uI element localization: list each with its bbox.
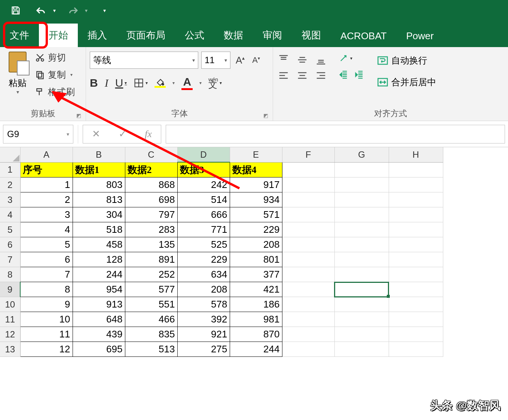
copy-button[interactable]: 复制 ▾ [35, 69, 75, 81]
tab-insert[interactable]: 插入 [78, 24, 117, 47]
cell-H3[interactable] [389, 192, 443, 207]
cell-F3[interactable] [282, 192, 334, 207]
cell-A9[interactable]: 8 [20, 282, 73, 297]
copy-dropdown-icon[interactable]: ▾ [70, 72, 73, 77]
row-header-8[interactable]: 8 [0, 267, 20, 282]
cell-A11[interactable]: 10 [20, 312, 73, 327]
row-header-3[interactable]: 3 [0, 192, 20, 207]
align-bottom-button[interactable] [314, 53, 328, 67]
cell-C4[interactable]: 797 [125, 207, 177, 222]
cell-G11[interactable] [334, 312, 389, 327]
undo-button[interactable] [33, 2, 49, 19]
cell-H6[interactable] [389, 237, 443, 252]
cell-B5[interactable]: 518 [73, 222, 125, 237]
increase-font-button[interactable]: A▴ [233, 53, 247, 68]
cell-E11[interactable]: 981 [230, 312, 282, 327]
cell-H7[interactable] [389, 252, 443, 267]
cell-C10[interactable]: 551 [125, 297, 177, 312]
cell-F8[interactable] [282, 267, 334, 282]
cell-C8[interactable]: 252 [125, 267, 177, 282]
cell-E12[interactable]: 870 [230, 327, 282, 342]
row-header-4[interactable]: 4 [0, 207, 20, 222]
orientation-button[interactable]: ▾ [338, 53, 364, 64]
cell-E3[interactable]: 934 [230, 192, 282, 207]
cell-E5[interactable]: 229 [230, 222, 282, 237]
cell-D13[interactable]: 275 [177, 342, 230, 357]
align-top-button[interactable] [277, 53, 290, 67]
cell-B2[interactable]: 803 [73, 177, 125, 192]
cell-C3[interactable]: 698 [125, 192, 177, 207]
tab-review[interactable]: 审阅 [253, 24, 292, 47]
formula-input[interactable] [166, 125, 505, 143]
cell-H2[interactable] [389, 177, 443, 192]
cell-A1[interactable]: 序号 [20, 162, 73, 177]
cell-F11[interactable] [282, 312, 334, 327]
cell-E1[interactable]: 数据4 [230, 162, 282, 177]
cell-A5[interactable]: 4 [20, 222, 73, 237]
cell-D12[interactable]: 921 [177, 327, 230, 342]
cell-D4[interactable]: 666 [177, 207, 230, 222]
cell-E9[interactable]: 421 [230, 282, 282, 297]
column-header-B[interactable]: B [73, 147, 125, 162]
cell-F4[interactable] [282, 207, 334, 222]
cell-E7[interactable]: 801 [230, 252, 282, 267]
cell-A8[interactable]: 7 [20, 267, 73, 282]
align-center-button[interactable] [296, 69, 309, 82]
cell-A7[interactable]: 6 [20, 252, 73, 267]
merge-center-button[interactable]: 合并后居中 [375, 75, 438, 90]
cell-E10[interactable]: 186 [230, 297, 282, 312]
cell-F1[interactable] [282, 162, 334, 177]
cell-G4[interactable] [334, 207, 389, 222]
fill-color-button[interactable] [154, 78, 166, 88]
enter-formula-button[interactable]: ✓ [119, 128, 127, 140]
cell-B3[interactable]: 813 [73, 192, 125, 207]
cell-E4[interactable]: 571 [230, 207, 282, 222]
cell-G1[interactable] [334, 162, 389, 177]
cell-H8[interactable] [389, 267, 443, 282]
decrease-indent-button[interactable] [338, 70, 349, 80]
cell-D9[interactable]: 208 [177, 282, 230, 297]
cell-H11[interactable] [389, 312, 443, 327]
cell-D6[interactable]: 525 [177, 237, 230, 252]
column-header-H[interactable]: H [389, 147, 443, 162]
cell-D10[interactable]: 578 [177, 297, 230, 312]
underline-button[interactable]: U▾ [115, 77, 127, 89]
tab-page-layout[interactable]: 页面布局 [117, 24, 175, 47]
spreadsheet-grid[interactable]: ABCDEFGH1序号数据1数据2数据3数据421803868242917328… [0, 147, 508, 357]
cell-D5[interactable]: 771 [177, 222, 230, 237]
cell-F5[interactable] [282, 222, 334, 237]
tab-view[interactable]: 视图 [292, 24, 331, 47]
tab-home[interactable]: 开始 [39, 24, 78, 47]
undo-dropdown-icon[interactable]: ▾ [53, 7, 56, 13]
cell-C9[interactable]: 577 [125, 282, 177, 297]
cell-E8[interactable]: 377 [230, 267, 282, 282]
row-header-12[interactable]: 12 [0, 327, 20, 342]
font-size-combo[interactable]: 11▾ [201, 52, 230, 69]
cell-C1[interactable]: 数据2 [125, 162, 177, 177]
cell-A6[interactable]: 5 [20, 237, 73, 252]
increase-indent-button[interactable] [354, 70, 364, 80]
cell-G8[interactable] [334, 267, 389, 282]
cell-F9[interactable] [282, 282, 334, 297]
align-right-button[interactable] [314, 69, 328, 82]
cut-button[interactable]: 剪切 [35, 52, 75, 64]
bold-button[interactable]: B [90, 77, 98, 89]
cell-D8[interactable]: 634 [177, 267, 230, 282]
cell-D1[interactable]: 数据3 [177, 162, 230, 177]
cell-A10[interactable]: 9 [20, 297, 73, 312]
cell-E2[interactable]: 917 [230, 177, 282, 192]
cell-H4[interactable] [389, 207, 443, 222]
tab-data[interactable]: 数据 [214, 24, 253, 47]
row-header-5[interactable]: 5 [0, 222, 20, 237]
redo-dropdown-icon[interactable]: ▾ [85, 7, 88, 13]
qat-customize-icon[interactable]: ▾ [103, 7, 106, 13]
cell-H5[interactable] [389, 222, 443, 237]
font-color-button[interactable]: A [181, 75, 193, 90]
cell-C12[interactable]: 835 [125, 327, 177, 342]
cell-B9[interactable]: 954 [73, 282, 125, 297]
cancel-formula-button[interactable]: ✕ [92, 128, 100, 140]
cell-E6[interactable]: 208 [230, 237, 282, 252]
cell-G2[interactable] [334, 177, 389, 192]
cell-G3[interactable] [334, 192, 389, 207]
cell-F13[interactable] [282, 342, 334, 357]
